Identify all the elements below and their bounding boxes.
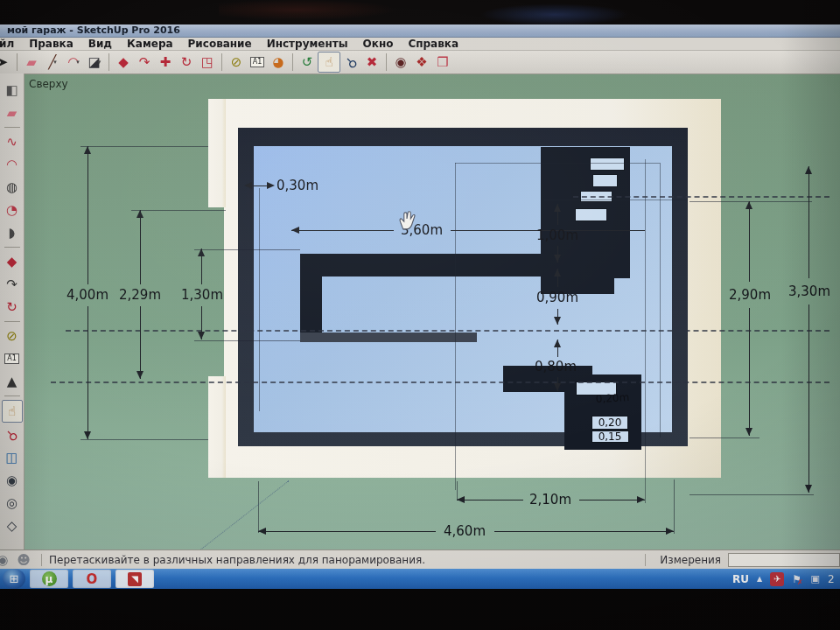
menu-item-справка[interactable]: Справка <box>408 38 458 50</box>
extension-line <box>690 494 814 495</box>
stair-step <box>575 208 607 221</box>
eraser-tool-button[interactable]: ▰ <box>21 52 42 72</box>
tape-measure-tool-button[interactable]: ⊘ <box>226 52 247 72</box>
menu-item-рисование[interactable]: Рисование <box>188 38 252 50</box>
menu-item-инструменты[interactable]: Инструменты <box>267 38 348 50</box>
follow-me-tool-button[interactable]: ↷ <box>134 52 155 72</box>
zoom-tool-icon: ⚲ <box>4 427 19 443</box>
menu-item-окно[interactable]: Окно <box>363 38 394 50</box>
eraser-tool-button[interactable]: ▰ <box>3 102 22 123</box>
network-tray-icon[interactable]: ▣ <box>811 573 820 584</box>
dim-line <box>252 186 267 186</box>
start-button[interactable]: ⊞ <box>3 569 25 589</box>
circle-tool-button[interactable]: ◍ <box>3 177 22 198</box>
window-title-bar[interactable]: мой гараж - SketchUp Pro 2016 <box>0 24 840 38</box>
menu-item-камера[interactable]: Камера <box>127 38 173 50</box>
menu-bar: ФайлПравкаВидКамераРисованиеИнструментыО… <box>0 38 840 51</box>
add-location-tool-button[interactable]: ▲ <box>3 371 22 392</box>
menu-item-вид[interactable]: Вид <box>88 38 112 50</box>
add-location-tool-icon: ▲ <box>7 375 18 388</box>
dim-arrow <box>805 485 812 493</box>
eraser-tool-icon: ▰ <box>26 56 37 69</box>
arc-tool-button[interactable]: ◠ <box>3 154 22 175</box>
dropdown-arrow-icon[interactable]: ▾ <box>98 59 102 66</box>
measurements-input[interactable] <box>728 553 840 567</box>
arc-tool-icon: ◠ <box>6 158 18 172</box>
sketchup-taskbar-button[interactable]: ◥ <box>116 570 154 588</box>
pie-tool-button[interactable]: ◔ <box>3 200 22 220</box>
text-tool-button[interactable]: A1 <box>247 52 268 72</box>
shapes-tool-button[interactable]: ◧ <box>3 80 22 101</box>
pit-wall-bottom <box>300 332 477 342</box>
polygon-tool-button[interactable]: ◗ <box>3 222 22 243</box>
push-pull-tool-button[interactable]: ◆ <box>3 251 22 272</box>
show-hidden-icons-chevron[interactable]: ▲ <box>757 575 762 583</box>
toolbar-separator <box>221 53 222 71</box>
dim-label-step-rise: 0,20 <box>598 416 622 429</box>
guide-line <box>544 200 688 200</box>
dim-label-left-mid: 2,29m <box>119 287 161 303</box>
status-separator <box>645 554 646 566</box>
walk-tool-icon: ❖ <box>416 56 427 69</box>
zoom-extents-tool-button[interactable]: ✖ <box>361 52 382 72</box>
opera-taskbar-button[interactable]: O <box>73 570 111 588</box>
section-plane-tool-button[interactable]: ◇ <box>3 515 22 536</box>
text-tool-button[interactable]: A1 <box>3 348 22 369</box>
freehand-tool-button[interactable]: ∿ <box>3 131 22 152</box>
zoom-tool-button[interactable]: ⚲ <box>3 424 22 445</box>
line-tool-button[interactable]: ╱▾ <box>42 52 63 72</box>
tool-palette: ◧▰∿◠◍◔◗◆↷↻⊘A1▲☝⚲◫◉◎◇ <box>0 74 24 550</box>
red-app-tray-icon: ✈ <box>774 574 780 584</box>
drawing-canvas[interactable]: Сверху <box>0 0 840 550</box>
dim-arrow <box>84 431 91 439</box>
dropdown-arrow-icon[interactable]: ▾ <box>76 59 80 66</box>
pan-tool-button[interactable]: ☝ <box>2 400 23 423</box>
select-tool-button[interactable]: ➤ <box>0 52 13 72</box>
dim-label-pit-width: 0,90m <box>536 290 578 305</box>
arc-tool-button[interactable]: ◠▾ <box>63 52 84 72</box>
taskbar-clock[interactable]: 2 <box>828 573 840 585</box>
pan-tool-button[interactable]: ☝ <box>318 52 340 73</box>
menu-item-файл[interactable]: Файл <box>0 38 14 50</box>
rectangle-tool-button[interactable]: ◪▾ <box>84 52 105 72</box>
send-to-layout-button[interactable]: ❒ <box>432 52 453 72</box>
rotate-tool-button[interactable]: ↻ <box>176 52 197 72</box>
orbit-tool-button[interactable]: ◉ <box>3 470 22 491</box>
toolbar-separator <box>386 53 387 71</box>
extension-line <box>194 340 300 341</box>
tape-measure-tool-button[interactable]: ⊘ <box>3 326 22 346</box>
red-app-tray-icon[interactable]: ✈ <box>770 572 784 586</box>
dim-arrow <box>198 248 205 256</box>
monitor-bezel-bottom <box>0 589 840 630</box>
rotate-tool-button[interactable]: ↻ <box>3 297 22 318</box>
look-around-tool-button[interactable]: ◎ <box>3 493 22 514</box>
follow-me-tool-icon: ↷ <box>6 278 18 291</box>
geolocation-status-icon: ◉ <box>0 554 9 567</box>
dropdown-arrow-icon[interactable]: ▾ <box>53 59 57 66</box>
zoom-window-tool-button[interactable]: ◫ <box>3 447 22 468</box>
dim-arrow <box>746 428 752 436</box>
toolbar-separator <box>4 321 20 322</box>
paint-bucket-tool-button[interactable]: ◕ <box>268 52 289 72</box>
follow-me-tool-button[interactable]: ↷ <box>3 274 22 295</box>
send-to-layout-icon: ❒ <box>437 56 448 69</box>
pan-tool-icon: ☝ <box>8 405 16 418</box>
orbit-tool-button[interactable]: ↺ <box>297 52 318 72</box>
walk-tool-button[interactable]: ❖ <box>411 52 432 72</box>
language-indicator[interactable]: RU <box>732 573 749 585</box>
dim-label-left-notch: 1,30m <box>181 287 223 303</box>
credits-status-icon: ☻ <box>17 554 31 567</box>
menu-item-правка[interactable]: Правка <box>29 38 74 50</box>
dim-arrow <box>554 204 561 212</box>
zoom-tool-button[interactable]: ⚲ <box>340 52 361 72</box>
position-camera-tool-button[interactable]: ◉ <box>390 52 411 72</box>
status-bar: ◉☻ Перетаскивайте в различных направлени… <box>0 550 840 570</box>
utorrent-taskbar-button[interactable]: µ <box>30 570 68 588</box>
orbit-tool-icon: ↺ <box>302 56 313 69</box>
dim-arrow <box>637 496 645 503</box>
toolbar-separator <box>17 53 18 71</box>
show-hidden-icons-chevron-icon: ▲ <box>757 575 762 583</box>
move-tool-button[interactable]: ✚ <box>155 52 176 72</box>
push-pull-tool-button[interactable]: ◆ <box>113 52 134 72</box>
offset-tool-button[interactable]: ◳ <box>197 52 218 72</box>
